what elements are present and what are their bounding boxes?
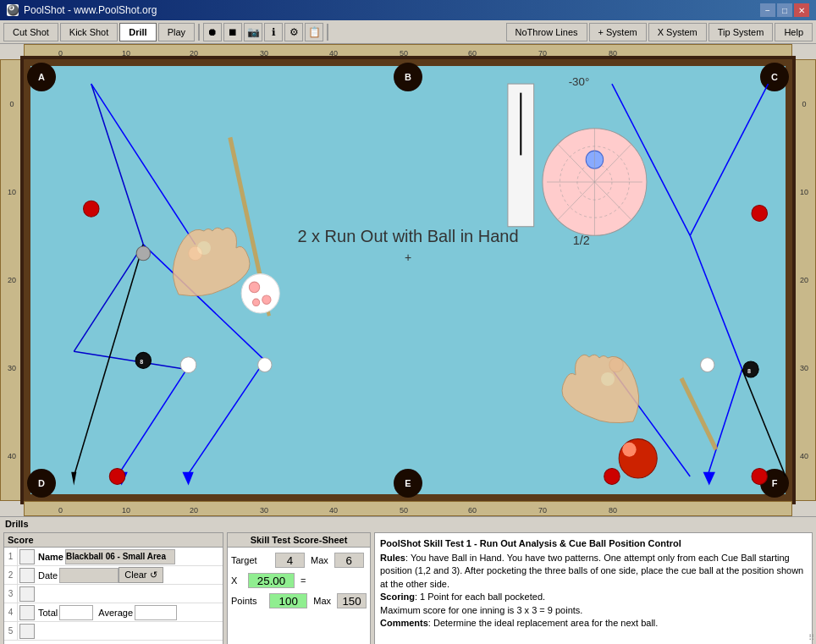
svg-text:70: 70 — [538, 49, 547, 58]
svg-line-24 — [74, 245, 143, 476]
help-button[interactable]: Help — [775, 23, 813, 41]
drill-button[interactable]: Drill — [119, 23, 156, 41]
svg-text:8: 8 — [140, 358, 143, 366]
plus-system-button[interactable]: + System — [589, 23, 647, 41]
play-button[interactable]: Play — [158, 23, 195, 41]
svg-text:50: 50 — [400, 506, 408, 515]
separator-1 — [198, 24, 200, 41]
rules-text: : You have Ball in Hand. You have two pa… — [380, 553, 803, 589]
pts-max-input[interactable] — [337, 593, 367, 608]
score-box-5[interactable] — [19, 624, 35, 639]
svg-point-56 — [752, 205, 767, 221]
svg-point-42 — [84, 201, 99, 217]
name-label: Name — [36, 552, 65, 562]
total-label: Total — [36, 608, 59, 618]
svg-line-29 — [681, 378, 716, 449]
svg-line-12 — [118, 369, 187, 476]
svg-text:8: 8 — [747, 367, 751, 375]
svg-text:30: 30 — [260, 506, 268, 515]
svg-text:0: 0 — [58, 506, 63, 515]
score-box-4[interactable] — [19, 605, 35, 620]
no-throw-lines-button[interactable]: NoThrow Lines — [506, 23, 587, 41]
record-button[interactable]: ⏺ — [203, 23, 222, 41]
score-row-5: 5 — [4, 622, 223, 641]
svg-point-52 — [743, 361, 758, 377]
max-input[interactable] — [334, 553, 364, 568]
pts-max-label: Max — [313, 596, 331, 606]
hand-left — [162, 218, 263, 303]
svg-marker-17 — [182, 472, 193, 486]
name-input[interactable] — [65, 549, 175, 564]
pocket-a: A — [27, 63, 56, 91]
date-label: Date — [36, 570, 59, 581]
target-input[interactable] — [275, 553, 305, 568]
cut-shot-button[interactable]: Cut Shot — [3, 23, 58, 41]
svg-line-40 — [558, 145, 631, 220]
resize-handle[interactable]: ⠿ — [808, 633, 814, 642]
svg-line-26 — [742, 369, 786, 476]
svg-point-51 — [701, 358, 714, 372]
x-value-input[interactable] — [248, 573, 295, 588]
svg-line-41 — [558, 145, 631, 220]
skill-x-row: X = — [231, 573, 367, 588]
stop-button[interactable]: ⏹ — [223, 23, 242, 41]
average-input[interactable] — [135, 605, 177, 620]
svg-point-33 — [560, 146, 629, 217]
center-text: 2 x Run Out with Ball in Hand + — [297, 227, 518, 266]
total-input[interactable] — [59, 605, 93, 620]
maximize-button[interactable]: □ — [777, 3, 792, 17]
pool-table[interactable]: A B C D E F — [24, 59, 792, 501]
info-comments: Comments: Determine the ideal replacemen… — [380, 617, 807, 630]
score-box-2[interactable] — [19, 568, 35, 583]
skill-test-panel: Skill Test Score-Sheet Target Max X = — [227, 532, 371, 644]
svg-point-43 — [109, 468, 124, 484]
pocket-d: D — [27, 469, 56, 498]
svg-point-44 — [135, 352, 151, 368]
svg-point-61 — [619, 439, 657, 478]
tip-system-button[interactable]: Tip System — [708, 23, 774, 41]
title-bar: 🎱 PoolShot - www.PoolShot.org − □ ✕ — [0, 0, 816, 20]
svg-text:80: 80 — [609, 506, 617, 515]
svg-line-18 — [612, 84, 690, 235]
minimize-button[interactable]: − — [760, 3, 775, 17]
svg-text:70: 70 — [538, 506, 547, 515]
rules-label: Rules — [380, 553, 405, 563]
svg-marker-16 — [115, 472, 127, 486]
score-x-row: X = — [4, 641, 223, 644]
settings-button[interactable]: ⚙ — [284, 23, 303, 41]
score-row-date: 2 Date Clear ↺ — [4, 566, 223, 585]
svg-point-34 — [577, 164, 612, 200]
svg-text:50: 50 — [400, 49, 408, 58]
ruler-left: 0 10 20 30 40 — [0, 59, 24, 501]
svg-text:20: 20 — [190, 49, 198, 58]
x-system-button[interactable]: X System — [648, 23, 707, 41]
svg-text:-30°: -30° — [569, 75, 590, 88]
hand-right — [549, 337, 650, 430]
svg-point-63 — [197, 241, 211, 255]
camera-button[interactable]: 📷 — [244, 23, 262, 41]
x-mult-label: X — [231, 575, 245, 586]
info-button[interactable]: ℹ — [264, 23, 283, 41]
comments-label: Comments — [380, 618, 428, 628]
export-button[interactable]: 📋 — [305, 23, 323, 41]
score-row-name: 1 Name — [4, 548, 223, 566]
ruler-bottom-svg: 0 10 20 30 40 50 60 70 80 — [25, 502, 791, 517]
svg-point-59 — [262, 295, 271, 305]
max-label: Max — [311, 555, 328, 565]
svg-line-19 — [690, 84, 768, 235]
clear-button[interactable]: Clear ↺ — [119, 567, 163, 583]
ruler-right: 0 10 20 30 40 — [792, 59, 816, 501]
close-button[interactable]: ✕ — [794, 3, 809, 17]
date-input[interactable] — [59, 568, 119, 583]
svg-text:10: 10 — [122, 506, 130, 515]
svg-line-21 — [708, 369, 742, 476]
separator-2 — [327, 24, 328, 41]
kick-shot-button[interactable]: Kick Shot — [60, 23, 118, 41]
svg-marker-23 — [703, 472, 715, 486]
score-box-3[interactable] — [19, 586, 35, 602]
target-label: Target — [231, 555, 272, 565]
points-input[interactable] — [269, 593, 307, 608]
table-diagram-svg: 1/2 -30° 8 — [30, 66, 786, 494]
title-text: PoolShot - www.PoolShot.org — [24, 4, 157, 16]
score-box-1[interactable] — [19, 549, 35, 564]
